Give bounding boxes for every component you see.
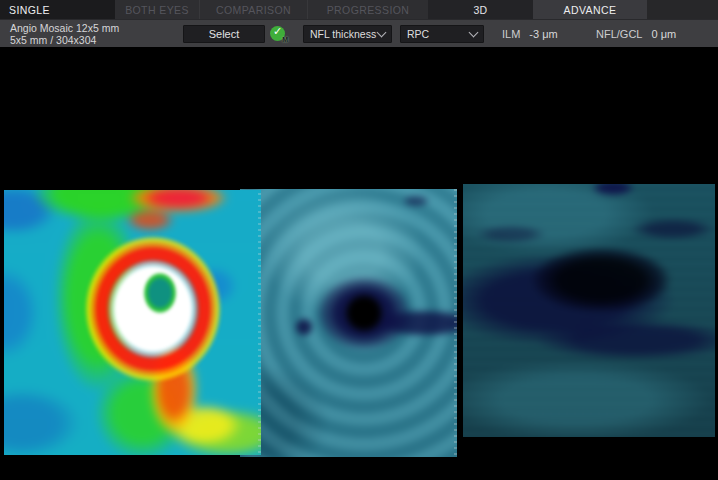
ilm-value: -3 μm [529,28,557,40]
layer-type-value: NFL thickness [310,28,376,40]
mosaic-check-icon[interactable]: M [270,26,285,41]
chevron-down-icon [377,28,387,38]
image-viewer [0,47,718,480]
mosaic-letter: M [282,36,288,43]
scan-subtitle: 5x5 mm / 304x304 [10,34,119,46]
tab-comparison[interactable]: COMPARISON [199,0,307,19]
mosaic-center-thickness-map[interactable] [240,189,457,457]
nflgcl-boundary-setting: NFL/GCL0 μm [596,20,676,48]
toolbar: Angio Mosaic 12x5 mm 5x5 mm / 304x304 Se… [0,19,718,47]
mosaic-seam [454,189,457,455]
nfl-thickness-heatmap[interactable] [4,190,261,455]
layer-type-dropdown[interactable]: NFL thickness [303,25,392,43]
tab-3d[interactable]: 3D [428,0,533,19]
mosaic-seam [258,191,261,453]
tab-both-eyes[interactable]: BOTH EYES [115,0,199,19]
tab-progression[interactable]: PROGRESSION [307,0,428,19]
nflgcl-value: 0 μm [651,28,676,40]
ilm-label: ILM [502,28,520,40]
tab-single[interactable]: SINGLE [0,0,115,19]
optic-disc-ring [4,190,261,455]
scan-info: Angio Mosaic 12x5 mm 5x5 mm / 304x304 [10,22,119,46]
mosaic-right-thickness-map[interactable] [463,184,715,437]
tab-bar: SINGLE BOTH EYES COMPARISON PROGRESSION … [0,0,718,19]
tab-advance[interactable]: ADVANCE [533,0,647,19]
slab-value: RPC [407,28,429,40]
thickness-map-image [463,184,715,437]
nflgcl-label: NFL/GCL [596,28,642,40]
slab-dropdown[interactable]: RPC [400,25,484,43]
scan-title: Angio Mosaic 12x5 mm [10,22,119,34]
select-button[interactable]: Select [183,25,265,43]
thickness-map-image [240,189,457,457]
tab-bar-filler [647,0,718,19]
chevron-down-icon [469,28,479,38]
app-window: SINGLE BOTH EYES COMPARISON PROGRESSION … [0,0,718,480]
ilm-boundary-setting: ILM-3 μm [502,20,558,48]
